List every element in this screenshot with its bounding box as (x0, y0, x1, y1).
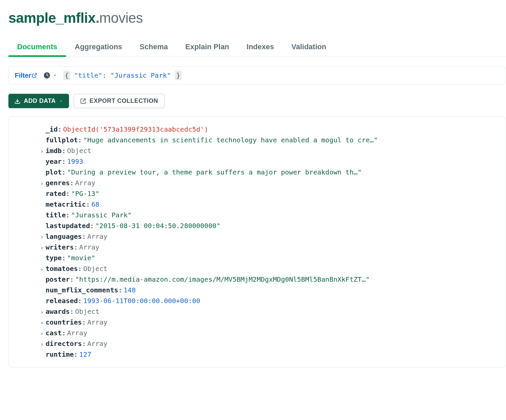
filter-bar: Filter { "title": "Jurassic Park" } (8, 66, 506, 84)
field-value: Array (87, 317, 107, 328)
field-row: rated: "PG-13" (15, 188, 499, 199)
field-key: fullplot (46, 135, 78, 145)
field-colon: : (74, 349, 78, 360)
field-row: ›awards: Object (15, 306, 499, 317)
field-colon: : (82, 338, 86, 349)
export-collection-label: EXPORT COLLECTION (89, 97, 158, 104)
field-colon: : (90, 220, 94, 231)
field-colon: : (118, 285, 122, 295)
field-key: title (46, 210, 66, 220)
field-row: runtime: 127 (15, 349, 499, 360)
chevron-right-icon[interactable]: › (40, 266, 44, 272)
expand-slot: › (15, 338, 46, 349)
field-colon: : (62, 156, 66, 167)
tab-explain-plan[interactable]: Explain Plan (177, 38, 238, 57)
field-row: ›languages: Array (15, 231, 499, 242)
chevron-right-icon[interactable]: › (40, 234, 44, 240)
field-value: "2015-08-31 00:04:50.280000000" (96, 220, 220, 231)
field-value: Object (67, 145, 91, 156)
field-key: poster (46, 274, 70, 285)
field-row: _id: ObjectId('573a1399f29313caabcedc5d'… (15, 124, 499, 135)
field-value: 148 (124, 285, 136, 295)
field-colon: : (70, 306, 74, 317)
field-colon: : (82, 317, 86, 328)
field-row: type: "movie" (15, 253, 499, 263)
field-key: num_mflix_comments (46, 285, 118, 295)
chevron-right-icon[interactable]: › (40, 148, 44, 154)
page-title: sample_mflix.movies (8, 10, 498, 26)
field-key: metacritic (46, 199, 86, 210)
filter-query-input[interactable]: { "title": "Jurassic Park" } (63, 71, 182, 79)
field-value: Array (87, 231, 107, 242)
caret-down-icon (59, 99, 63, 103)
field-row: plot: "During a preview tour, a theme pa… (15, 167, 499, 178)
expand-slot: › (15, 306, 46, 317)
chevron-right-icon[interactable]: › (40, 244, 44, 251)
field-row: ›cast: Array (15, 328, 499, 338)
tab-schema[interactable]: Schema (131, 38, 177, 57)
field-value: "https://m.media-amazon.com/images/M/MV5… (75, 274, 370, 285)
filter-colon: : (102, 71, 110, 79)
field-key: _id (46, 124, 58, 135)
field-colon: : (62, 145, 66, 156)
add-data-label: ADD DATA (24, 97, 56, 104)
brace-open: { (63, 71, 70, 80)
field-row: released: 1993-06-11T00:00:00.000+00:00 (15, 295, 499, 306)
field-key: directors (46, 338, 82, 349)
field-colon: : (66, 188, 70, 199)
field-key: released (46, 295, 78, 306)
field-colon: : (70, 274, 74, 285)
add-data-button[interactable]: ADD DATA (8, 94, 69, 108)
field-value: "During a preview tour, a theme park suf… (67, 167, 362, 178)
chevron-right-icon[interactable]: › (40, 309, 44, 315)
filter-label[interactable]: Filter (15, 72, 37, 79)
field-row: ›countries: Array (15, 317, 499, 328)
field-value: 1993 (67, 156, 83, 167)
field-value: "PG-13" (71, 188, 99, 199)
tab-aggregations[interactable]: Aggregations (66, 38, 131, 57)
tab-validation[interactable]: Validation (283, 38, 335, 57)
field-colon: : (74, 242, 78, 253)
field-key: lastupdated (46, 220, 90, 231)
external-link-icon (32, 73, 37, 78)
filter-query-key: "title" (74, 71, 102, 79)
field-colon: : (78, 135, 82, 145)
export-collection-button[interactable]: EXPORT COLLECTION (74, 94, 165, 108)
field-key: languages (46, 231, 82, 242)
filter-query-value: "Jurassic Park" (110, 71, 171, 79)
expand-slot: › (15, 328, 46, 338)
field-key: writers (46, 242, 74, 253)
field-value: ObjectId('573a1399f29313caabcedc5d') (63, 124, 208, 135)
brace-close: } (175, 71, 182, 80)
collection-name: movies (99, 10, 143, 26)
tab-documents[interactable]: Documents (8, 38, 66, 57)
tab-indexes[interactable]: Indexes (238, 38, 283, 57)
expand-slot: › (15, 231, 46, 242)
field-colon: : (86, 199, 90, 210)
field-row: ›imdb: Object (15, 145, 499, 156)
field-colon: : (78, 263, 82, 274)
field-key: cast (46, 328, 62, 338)
field-value: Array (87, 338, 107, 349)
field-row: ›genres: Array (15, 178, 499, 188)
collection-header: sample_mflix.movies (0, 0, 506, 29)
filter-history-button[interactable] (43, 72, 57, 79)
field-colon: : (78, 295, 82, 306)
field-row: ›writers: Array (15, 242, 499, 253)
field-row: ›tomatoes: Object (15, 263, 499, 274)
export-icon (80, 98, 86, 104)
field-value: 1993-06-11T00:00:00.000+00:00 (83, 295, 200, 306)
expand-slot: › (15, 263, 46, 274)
field-row: lastupdated: "2015-08-31 00:04:50.280000… (15, 220, 499, 231)
chevron-right-icon[interactable]: › (40, 341, 44, 347)
field-key: countries (46, 317, 82, 328)
document-card: _id: ObjectId('573a1399f29313caabcedc5d'… (8, 116, 506, 367)
action-row: ADD DATA EXPORT COLLECTION (0, 84, 506, 108)
chevron-right-icon[interactable]: › (40, 330, 44, 337)
chevron-right-icon[interactable]: › (40, 320, 44, 326)
chevron-right-icon[interactable]: › (40, 180, 44, 187)
field-row: fullplot: "Huge advancements in scientif… (15, 135, 499, 145)
field-key: year (46, 156, 62, 167)
expand-slot: › (15, 242, 46, 253)
field-row: title: "Jurassic Park" (15, 210, 499, 220)
